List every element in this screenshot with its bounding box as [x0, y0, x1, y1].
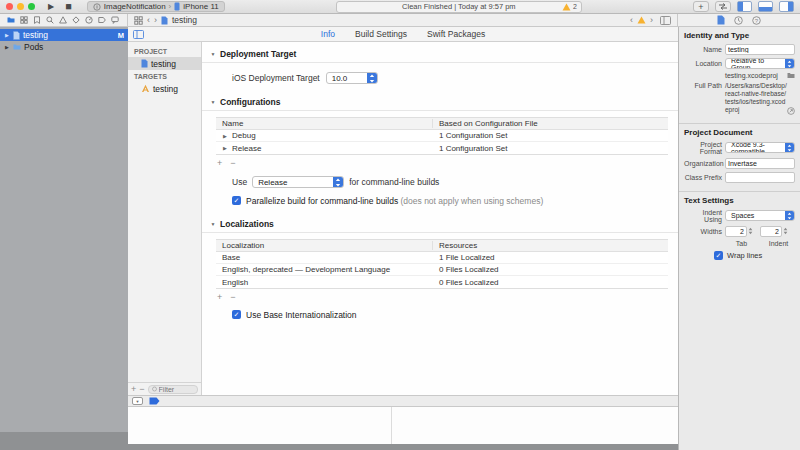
table-row[interactable]: English, deprecated — Development Langua… [216, 264, 668, 276]
table-row[interactable]: ▶Release 1 Configuration Set [216, 142, 668, 154]
navigator-item-pods[interactable]: ▶ Pods [0, 41, 128, 53]
section-disclosure-icon[interactable]: ▼ [210, 51, 216, 57]
issue-navigator-icon[interactable] [59, 16, 67, 24]
section-title: Configurations [220, 97, 280, 107]
name-field[interactable] [725, 44, 795, 55]
add-localization-button[interactable]: + [217, 293, 222, 302]
indent-width-stepper[interactable]: 2 [760, 226, 788, 237]
warning-badge[interactable]: 2 [562, 3, 577, 11]
navigator-tab-strip [0, 14, 128, 26]
zoom-window-button[interactable] [28, 3, 35, 10]
remove-target-button[interactable]: − [139, 385, 144, 394]
scheme-selector[interactable]: ImageNotification › iPhone 11 [87, 1, 225, 12]
minimize-window-button[interactable] [17, 3, 24, 10]
text-settings-section: Text Settings Indent Using Spaces Widths… [679, 192, 800, 265]
panel-left-fill-icon [738, 2, 743, 11]
tab-width-stepper[interactable]: 2 [725, 226, 753, 237]
section-disclosure-icon[interactable]: ▼ [210, 221, 216, 227]
location-label: Location [684, 60, 722, 67]
next-issue-button[interactable]: › [650, 15, 653, 25]
disclosure-icon[interactable]: ▶ [4, 44, 10, 50]
report-navigator-icon[interactable] [111, 16, 119, 24]
jump-bar-file-name[interactable]: testing [172, 15, 197, 25]
source-control-navigator-icon[interactable] [20, 16, 28, 24]
symbol-navigator-icon[interactable] [33, 16, 41, 24]
disclosure-icon[interactable]: ▶ [4, 32, 10, 38]
toggle-navigator-panel-button[interactable] [737, 1, 752, 12]
open-in-finder-icon[interactable] [787, 107, 795, 115]
toggle-inspector-panel-button[interactable] [779, 1, 794, 12]
debug-navigator-icon[interactable] [85, 16, 93, 24]
add-target-button[interactable]: + [131, 385, 136, 394]
section-deployment-target[interactable]: ▼ Deployment Target [202, 46, 678, 63]
full-path-label: Full Path [684, 82, 722, 89]
add-configuration-button[interactable]: + [217, 159, 222, 168]
tab-swift-packages[interactable]: Swift Packages [427, 29, 485, 39]
previous-issue-button[interactable]: ‹ [630, 15, 633, 25]
tab-build-settings[interactable]: Build Settings [355, 29, 407, 39]
table-row[interactable]: Base 1 File Localized [216, 252, 668, 264]
localization-resources: 0 Files Localized [433, 278, 668, 287]
full-path-value: /Users/kans/Desktop/react-native-firebas… [725, 82, 795, 115]
deployment-target-popup[interactable]: 10.0 [326, 72, 378, 84]
test-navigator-icon[interactable] [72, 16, 80, 24]
toggle-debug-panel-button[interactable] [758, 1, 773, 12]
breakpoint-navigator-icon[interactable] [98, 16, 106, 24]
sidebar-item-target-testing[interactable]: testing [128, 82, 201, 95]
section-configurations[interactable]: ▼ Configurations [202, 94, 678, 111]
remove-localization-button[interactable]: − [230, 293, 235, 302]
parallelize-checkbox[interactable]: ✓ [232, 196, 241, 205]
row-disclosure-icon[interactable]: ▶ [222, 133, 228, 139]
row-disclosure-icon[interactable]: ▶ [222, 145, 228, 151]
debug-bar: ▼ [128, 395, 678, 407]
scheme-separator-icon: › [169, 2, 172, 11]
history-inspector-icon[interactable] [734, 16, 743, 25]
breakpoints-toggle-icon[interactable] [149, 397, 160, 405]
base-internationalization-checkbox[interactable]: ✓ [232, 310, 241, 319]
stop-button[interactable]: ◼ [65, 2, 72, 12]
table-row[interactable]: ▶Debug 1 Configuration Set [216, 130, 668, 142]
section-localizations[interactable]: ▼ Localizations [202, 216, 678, 233]
add-editor-button[interactable]: + [693, 1, 709, 12]
run-button[interactable]: ▶ [48, 2, 54, 12]
editor-options-icon[interactable] [660, 16, 671, 25]
indent-using-popup[interactable]: Spaces [725, 210, 795, 221]
organization-field[interactable] [725, 158, 795, 169]
back-button[interactable]: ‹ [147, 15, 150, 25]
tab-info[interactable]: Info [321, 29, 335, 39]
console-view[interactable] [392, 407, 678, 444]
forward-button[interactable]: › [154, 15, 157, 25]
configuration-name: Release [232, 144, 261, 153]
section-disclosure-icon[interactable]: ▼ [210, 99, 216, 105]
panel-bottom-fill-icon [759, 7, 772, 11]
related-items-icon[interactable] [134, 16, 143, 25]
close-window-button[interactable] [6, 3, 13, 10]
navigator-item-testing[interactable]: ▶ testing M [0, 29, 128, 41]
navigator-item-label: Pods [24, 42, 43, 52]
command-line-config-popup[interactable]: Release [252, 176, 344, 188]
remove-configuration-button[interactable]: − [230, 159, 235, 168]
filter-input[interactable] [159, 386, 194, 393]
filter-field[interactable] [148, 385, 198, 394]
project-format-popup[interactable]: Xcode 9.3-compatible [725, 142, 795, 153]
sidebar-item-project-testing[interactable]: testing [128, 57, 201, 70]
project-format-value: Xcode 9.3-compatible [726, 143, 785, 152]
file-inspector-icon[interactable] [717, 15, 725, 25]
wrap-lines-checkbox[interactable]: ✓ [714, 251, 723, 260]
base-internationalization-row: ✓ Use Base Internationalization [202, 302, 678, 320]
stepper-arrows-icon[interactable] [783, 227, 788, 235]
column-resources: Resources [433, 241, 668, 250]
quick-help-inspector-icon[interactable]: ? [752, 16, 761, 25]
folder-icon[interactable] [787, 72, 795, 79]
find-navigator-icon[interactable] [46, 16, 54, 24]
class-prefix-field[interactable] [725, 172, 795, 183]
hide-debug-area-button[interactable]: ▼ [132, 397, 143, 405]
project-navigator-icon[interactable] [7, 16, 15, 24]
location-popup[interactable]: Relative to Group [725, 58, 795, 69]
variables-view[interactable] [128, 407, 392, 444]
scheme-name: ImageNotification [104, 2, 166, 11]
stepper-arrows-icon[interactable] [748, 227, 753, 235]
build-status-text: Clean Finished | Today at 9:57 pm [402, 2, 516, 11]
editor-layout-button[interactable] [715, 1, 731, 12]
table-row[interactable]: English 0 Files Localized [216, 276, 668, 288]
